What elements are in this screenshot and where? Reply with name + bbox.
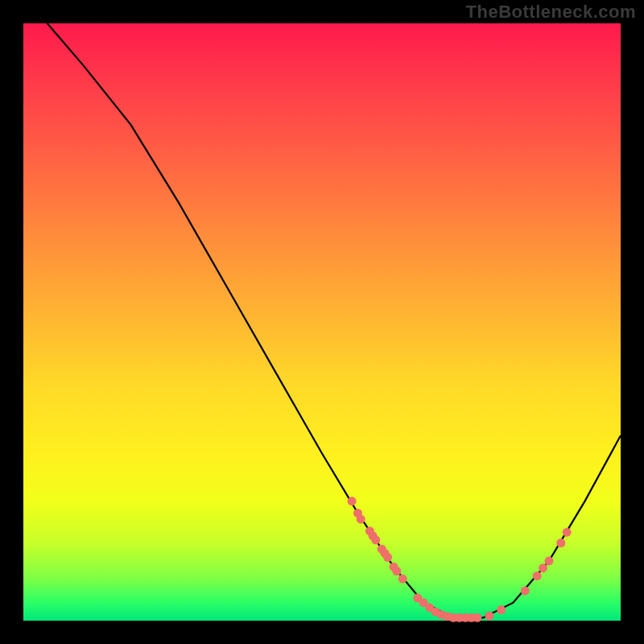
data-marker bbox=[485, 612, 493, 621]
plot-area bbox=[23, 23, 621, 621]
data-marker bbox=[539, 564, 547, 572]
data-marker bbox=[392, 567, 401, 576]
data-marker bbox=[398, 575, 407, 584]
data-marker bbox=[497, 605, 506, 614]
chart-frame: TheBottleneck.com bbox=[0, 0, 644, 644]
bottleneck-curve bbox=[47, 23, 621, 617]
chart-svg bbox=[23, 23, 621, 621]
data-marker bbox=[371, 535, 380, 544]
marker-group bbox=[348, 497, 572, 622]
data-marker bbox=[545, 556, 554, 565]
data-marker bbox=[521, 586, 530, 595]
data-marker bbox=[533, 572, 542, 580]
data-marker bbox=[357, 514, 365, 523]
data-marker bbox=[383, 553, 392, 562]
data-marker bbox=[556, 539, 565, 547]
watermark-text: TheBottleneck.com bbox=[466, 2, 636, 23]
data-marker bbox=[348, 497, 357, 506]
data-marker bbox=[563, 528, 572, 537]
data-marker bbox=[473, 613, 481, 622]
